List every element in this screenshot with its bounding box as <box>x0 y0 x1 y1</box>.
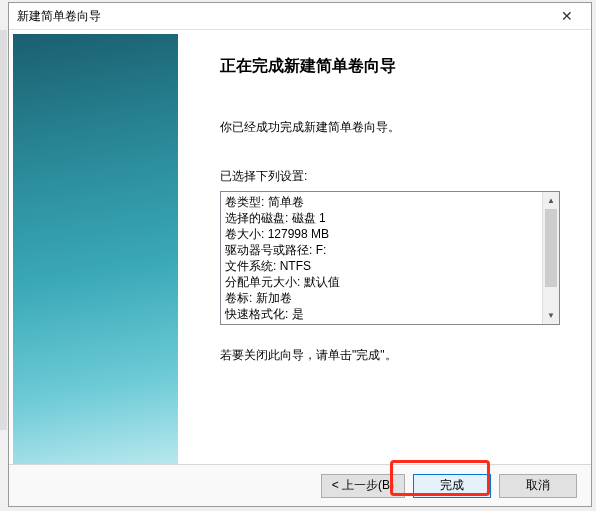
chevron-up-icon: ▲ <box>547 196 555 205</box>
scroll-track[interactable] <box>543 209 559 307</box>
list-item: 分配单元大小: 默认值 <box>225 274 538 290</box>
list-item: 卷大小: 127998 MB <box>225 226 538 242</box>
scrollbar[interactable]: ▲ ▼ <box>542 192 559 324</box>
back-button[interactable]: < 上一步(B) <box>321 474 405 498</box>
settings-listbox[interactable]: 卷类型: 简单卷 选择的磁盘: 磁盘 1 卷大小: 127998 MB 驱动器号… <box>220 191 560 325</box>
settings-label: 已选择下列设置: <box>220 168 567 185</box>
list-item: 文件系统: NTFS <box>225 258 538 274</box>
settings-list-content: 卷类型: 简单卷 选择的磁盘: 磁盘 1 卷大小: 127998 MB 驱动器号… <box>221 192 542 324</box>
main-panel: 正在完成新建简单卷向导 你已经成功完成新建简单卷向导。 已选择下列设置: 卷类型… <box>178 30 591 464</box>
close-button[interactable]: ✕ <box>547 3 587 29</box>
finish-button[interactable]: 完成 <box>413 474 491 498</box>
scroll-down-button[interactable]: ▼ <box>543 307 559 324</box>
content-area: 正在完成新建简单卷向导 你已经成功完成新建简单卷向导。 已选择下列设置: 卷类型… <box>9 30 591 464</box>
list-item: 快速格式化: 是 <box>225 306 538 322</box>
window-title: 新建简单卷向导 <box>17 8 101 25</box>
scroll-thumb[interactable] <box>545 209 557 287</box>
cancel-button[interactable]: 取消 <box>499 474 577 498</box>
list-item: 卷类型: 简单卷 <box>225 194 538 210</box>
list-item: 卷标: 新加卷 <box>225 290 538 306</box>
close-hint: 若要关闭此向导，请单击"完成"。 <box>220 347 567 364</box>
wizard-side-graphic <box>13 34 178 464</box>
list-item: 选择的磁盘: 磁盘 1 <box>225 210 538 226</box>
list-item: 驱动器号或路径: F: <box>225 242 538 258</box>
page-description: 你已经成功完成新建简单卷向导。 <box>220 119 567 136</box>
scroll-up-button[interactable]: ▲ <box>543 192 559 209</box>
wizard-dialog: 新建简单卷向导 ✕ 正在完成新建简单卷向导 你已经成功完成新建简单卷向导。 已选… <box>8 2 592 507</box>
close-icon: ✕ <box>561 8 573 24</box>
titlebar: 新建简单卷向导 ✕ <box>9 3 591 30</box>
page-heading: 正在完成新建简单卷向导 <box>220 56 567 77</box>
button-bar: < 上一步(B) 完成 取消 <box>9 464 591 506</box>
chevron-down-icon: ▼ <box>547 311 555 320</box>
